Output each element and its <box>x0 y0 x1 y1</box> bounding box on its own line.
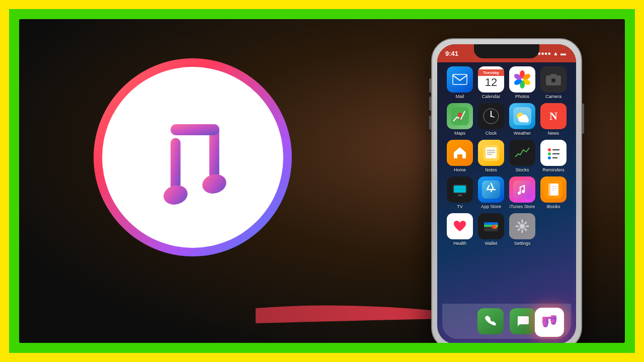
svg-text:N: N <box>549 110 557 122</box>
appstore-icon <box>478 176 504 203</box>
status-icons: ●●●● ▲ ▬ <box>538 50 566 56</box>
maps-icon <box>447 103 473 129</box>
dock-music-highlighted[interactable] <box>535 308 564 337</box>
svg-point-40 <box>548 152 551 155</box>
clock-label: Clock <box>486 131 497 136</box>
app-stocks[interactable]: Stocks <box>508 140 537 172</box>
stocks-icon <box>509 140 535 166</box>
status-time: 9:41 <box>445 50 458 57</box>
iphone-mockup: 9:41 ●●●● ▲ ▬ Mail <box>431 38 582 343</box>
maps-label: Maps <box>454 131 465 136</box>
app-maps[interactable]: Maps <box>445 103 474 136</box>
stocks-label: Stocks <box>515 167 529 172</box>
itunesstore-label: iTunes Store <box>510 204 535 209</box>
photos-icon <box>509 66 535 93</box>
app-ibooks[interactable]: iBooks <box>539 176 568 209</box>
svg-rect-5 <box>452 74 467 85</box>
svg-rect-47 <box>454 186 466 193</box>
svg-rect-1 <box>171 138 181 191</box>
svg-rect-79 <box>542 317 556 319</box>
svg-line-73 <box>518 222 520 224</box>
mail-icon <box>447 66 473 93</box>
iphone-body: 9:41 ●●●● ▲ ▬ Mail <box>431 38 582 343</box>
wallet-label: Wallet <box>485 241 498 246</box>
app-reminders[interactable]: Reminders <box>539 140 568 172</box>
health-icon <box>447 213 473 239</box>
app-appstore[interactable]: App Store <box>476 176 506 209</box>
news-icon: N <box>540 103 567 129</box>
dock-messages[interactable] <box>510 308 536 334</box>
settings-icon <box>509 213 535 239</box>
dock-phone[interactable] <box>477 308 504 334</box>
calendar-icon: Tuesday 12 <box>478 66 504 93</box>
appstore-label: App Store <box>481 204 501 209</box>
svg-point-4 <box>162 183 190 207</box>
itunes-logo-circle <box>102 67 283 248</box>
itunes-logo-ring <box>94 58 292 256</box>
svg-rect-6 <box>453 74 467 84</box>
svg-line-74 <box>525 229 526 230</box>
app-grid: Mail Tuesday 12 Calendar <box>445 66 568 246</box>
svg-point-15 <box>551 78 556 83</box>
music-note-icon <box>137 102 248 213</box>
svg-point-81 <box>551 320 556 325</box>
svg-point-52 <box>518 192 521 195</box>
app-tv[interactable]: TV <box>445 176 474 209</box>
svg-rect-37 <box>513 144 531 162</box>
battery-icon: ▬ <box>560 50 566 56</box>
tv-icon <box>447 176 473 203</box>
content-area: 9:41 ●●●● ▲ ▬ Mail <box>19 19 625 343</box>
app-itunes[interactable]: iTunes Store <box>508 176 537 209</box>
clock-icon <box>478 103 504 129</box>
app-wallet[interactable]: Wallet <box>476 213 506 246</box>
health-label: Health <box>453 241 466 246</box>
svg-point-68 <box>520 224 525 229</box>
home-label: Home <box>454 167 466 172</box>
weather-icon <box>509 103 535 129</box>
svg-rect-38 <box>545 145 561 161</box>
svg-rect-29 <box>520 120 527 122</box>
svg-line-75 <box>525 222 526 224</box>
svg-point-39 <box>548 148 551 151</box>
reminders-label: Reminders <box>542 167 565 172</box>
wifi-icon: ▲ <box>553 50 558 56</box>
app-home[interactable]: Home <box>445 140 474 172</box>
app-weather[interactable]: Weather <box>508 103 537 136</box>
wallet-icon <box>478 213 504 239</box>
news-label: News <box>548 131 559 136</box>
itunesstore-icon <box>509 176 535 203</box>
svg-rect-48 <box>458 195 462 196</box>
weather-label: Weather <box>514 131 531 136</box>
app-calendar[interactable]: Tuesday 12 Calendar <box>476 66 506 99</box>
power-button <box>582 104 584 134</box>
svg-line-76 <box>518 229 520 230</box>
app-mail[interactable]: Mail <box>445 66 474 99</box>
app-photos[interactable]: Photos <box>508 66 537 99</box>
ibooks-icon <box>540 176 567 203</box>
app-news[interactable]: N News <box>539 103 568 136</box>
iphone-notch <box>474 44 539 58</box>
home-icon <box>447 140 473 166</box>
notes-label: Notes <box>485 167 497 172</box>
svg-point-3 <box>200 171 228 196</box>
app-camera[interactable]: Camera <box>539 66 568 99</box>
svg-rect-50 <box>513 180 531 199</box>
iphone-screen: 9:41 ●●●● ▲ ▬ Mail <box>437 44 576 343</box>
app-settings[interactable]: Settings <box>508 213 537 246</box>
camera-label: Camera <box>545 94 561 99</box>
app-clock[interactable]: Clock <box>476 103 506 136</box>
app-notes[interactable]: Notes <box>476 140 506 172</box>
reminders-icon <box>540 140 567 166</box>
svg-rect-16 <box>550 74 556 76</box>
svg-point-18 <box>458 113 462 117</box>
svg-point-80 <box>543 322 548 327</box>
svg-rect-63 <box>484 222 498 225</box>
svg-point-23 <box>491 116 492 117</box>
photos-label: Photos <box>515 94 529 99</box>
svg-rect-56 <box>548 184 550 196</box>
notes-icon <box>478 140 504 166</box>
app-health[interactable]: Health <box>445 213 474 246</box>
settings-label: Settings <box>514 241 531 246</box>
dock <box>442 304 571 339</box>
svg-point-41 <box>548 156 551 159</box>
